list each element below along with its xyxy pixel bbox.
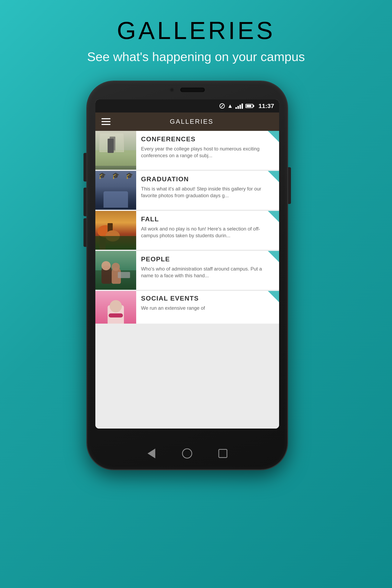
list-item[interactable]: PEOPLE Who's who of administration staff… — [95, 251, 279, 290]
front-camera — [170, 88, 174, 92]
graduation-info: GRADUATION This is what it's all about! … — [136, 171, 279, 210]
list-item[interactable]: SOCIAL EVENTS We run an extensive range … — [95, 291, 279, 324]
social-events-description: We run an extensive range of — [141, 304, 275, 312]
status-bar: ▲ — [95, 100, 279, 112]
corner-ribbon-people — [268, 251, 279, 262]
fall-title: FALL — [141, 216, 275, 223]
phone-screen: ▲ — [95, 100, 279, 428]
fall-description: All work and no play is no fun! Here's a… — [141, 226, 275, 239]
phone-shell: ▲ — [87, 82, 287, 470]
hamburger-line-1 — [102, 118, 110, 119]
no-signal-icon — [220, 103, 225, 108]
page-header: GALLERIES See what's happening on your c… — [87, 16, 305, 65]
phone-wrapper: ▲ — [87, 82, 287, 470]
hamburger-line-2 — [102, 121, 110, 122]
corner-ribbon-social-events — [268, 291, 279, 302]
speaker-grille — [180, 88, 205, 92]
page-background: GALLERIES See what's happening on your c… — [87, 0, 305, 470]
signal-bars — [236, 103, 243, 109]
wifi-icon: ▲ — [227, 103, 233, 109]
social-events-thumbnail — [95, 291, 136, 324]
fall-info: FALL All work and no play is no fun! Her… — [136, 211, 279, 250]
social-events-title: SOCIAL EVENTS — [141, 294, 275, 302]
page-title: GALLERIES — [87, 16, 305, 44]
graduation-description: This is what it's all about! Step inside… — [141, 186, 275, 199]
graduation-title: GRADUATION — [141, 176, 275, 183]
people-thumbnail — [95, 251, 136, 290]
fall-thumbnail — [95, 211, 136, 250]
conferences-title: CONFERENCES — [141, 135, 275, 143]
phone-nav-bar — [146, 448, 228, 459]
social-events-info: SOCIAL EVENTS We run an extensive range … — [136, 291, 279, 324]
list-item[interactable]: 🎓🎓🎓 GRADUATION This is what it's all abo… — [95, 171, 279, 210]
gallery-list: CONFERENCES Every year the college plays… — [95, 131, 279, 428]
people-description: Who's who of administration staff around… — [141, 266, 275, 279]
corner-ribbon-fall — [268, 211, 279, 222]
people-title: PEOPLE — [141, 256, 275, 263]
back-button[interactable] — [146, 448, 157, 459]
app-bar: GALLERIES — [95, 112, 279, 131]
list-item[interactable]: CONFERENCES Every year the college plays… — [95, 131, 279, 170]
app-bar-title: GALLERIES — [110, 118, 273, 125]
hamburger-line-3 — [102, 124, 110, 125]
battery-icon — [246, 104, 253, 108]
status-time: 11:37 — [258, 102, 274, 110]
phone-top-bar — [170, 88, 205, 92]
conferences-thumbnail — [95, 131, 136, 170]
list-item[interactable]: FALL All work and no play is no fun! Her… — [95, 211, 279, 250]
corner-ribbon-graduation — [268, 171, 279, 182]
corner-ribbon-conferences — [268, 131, 279, 142]
recents-button[interactable] — [217, 448, 228, 459]
conferences-description: Every year the college plays host to num… — [141, 145, 275, 159]
graduation-thumbnail: 🎓🎓🎓 — [95, 171, 136, 210]
status-icons: ▲ — [220, 102, 274, 110]
home-button[interactable] — [182, 448, 193, 459]
page-subtitle: See what's happening on your campus — [87, 48, 305, 65]
hamburger-menu-icon[interactable] — [102, 118, 110, 125]
people-info: PEOPLE Who's who of administration staff… — [136, 251, 279, 290]
conferences-info: CONFERENCES Every year the college plays… — [136, 131, 279, 170]
